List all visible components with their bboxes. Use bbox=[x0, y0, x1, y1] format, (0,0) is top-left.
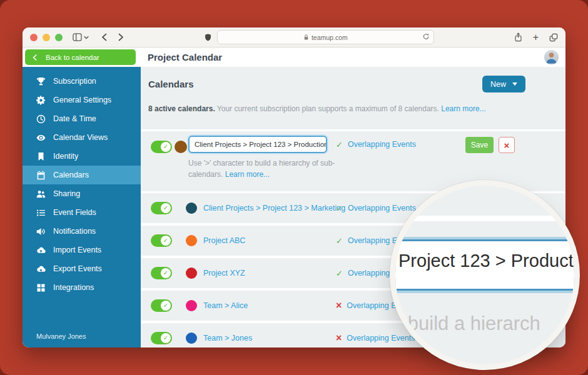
calendar-color-dot[interactable] bbox=[186, 235, 197, 246]
overlap-status: ✓ Overlapping Events bbox=[336, 140, 416, 149]
overlap-status-label[interactable]: Overlapping Events bbox=[348, 140, 416, 149]
check-icon: ✓ bbox=[163, 238, 168, 244]
sidebar-item-notifications[interactable]: Notifications bbox=[23, 222, 141, 241]
grid-icon bbox=[36, 283, 46, 292]
cloud-down-icon bbox=[36, 264, 46, 274]
sidebar-item-subscription[interactable]: Subscription bbox=[23, 72, 141, 91]
sidebar-item-export-events[interactable]: Export Events bbox=[23, 259, 141, 278]
check-icon: ✓ bbox=[336, 269, 343, 278]
calendar-color-dot[interactable] bbox=[186, 332, 197, 344]
calendar-active-toggle[interactable]: ✓ bbox=[151, 141, 172, 153]
new-button-label: New bbox=[490, 80, 506, 89]
sidebar-item-label: Calendars bbox=[53, 171, 89, 179]
page-title: Project Calendar bbox=[148, 52, 222, 62]
sidebar-panel-icon[interactable] bbox=[73, 33, 82, 41]
overlap-status: ×Overlapping Events bbox=[336, 333, 415, 343]
sidebar-item-label: Sharing bbox=[53, 189, 80, 198]
calendar-name-link[interactable]: Team > Alice bbox=[203, 301, 248, 310]
sidebar-nav: SubscriptionGeneral SettingsDate & TimeC… bbox=[23, 72, 141, 297]
window-controls bbox=[30, 34, 63, 41]
address-bar[interactable]: teamup.com bbox=[217, 30, 434, 44]
calendar-icon bbox=[36, 171, 46, 180]
minimize-window-button[interactable] bbox=[43, 34, 50, 41]
share-icon[interactable] bbox=[514, 32, 522, 42]
back-nav-icon[interactable] bbox=[101, 33, 107, 41]
sidebar-item-event-fields[interactable]: Event Fields bbox=[23, 203, 141, 222]
calendar-active-toggle[interactable]: ✓ bbox=[151, 202, 172, 214]
calendar-active-toggle[interactable]: ✓ bbox=[151, 234, 172, 247]
hierarchy-hint: Use '>' character to build a hierarchy o… bbox=[188, 158, 350, 180]
cancel-button[interactable]: × bbox=[499, 137, 515, 153]
back-to-calendar-button[interactable]: Back to calendar bbox=[25, 49, 136, 65]
calendar-name-link[interactable]: Client Projects > Project 123 > Marketin… bbox=[203, 204, 345, 212]
overlap-status: ✓Overlapping Events bbox=[336, 204, 416, 212]
toggle-knob: ✓ bbox=[161, 236, 171, 246]
gear-icon bbox=[36, 96, 46, 105]
shield-icon[interactable] bbox=[204, 33, 212, 42]
check-icon: ✓ bbox=[163, 270, 168, 276]
section-divider bbox=[141, 129, 565, 131]
speaker-icon bbox=[36, 227, 46, 236]
sidebar-item-label: Integrations bbox=[53, 283, 94, 292]
check-icon: ✓ bbox=[163, 205, 168, 211]
new-tab-icon[interactable]: + bbox=[533, 32, 539, 42]
close-icon: × bbox=[504, 140, 510, 151]
calendar-active-toggle[interactable]: ✓ bbox=[151, 332, 172, 344]
sidebar-item-sharing[interactable]: Sharing bbox=[23, 184, 141, 203]
magnified-row-divider bbox=[395, 216, 574, 221]
sidebar-item-identity[interactable]: Identity bbox=[23, 147, 141, 166]
sidebar-item-label: Export Events bbox=[53, 264, 102, 273]
calendar-name-input[interactable]: Client Projects > Project 123 > Producti… bbox=[188, 136, 327, 153]
calendar-color-dot[interactable] bbox=[186, 268, 197, 279]
cloud-up-icon bbox=[36, 246, 46, 255]
check-icon: ✓ bbox=[163, 144, 168, 150]
reload-icon[interactable] bbox=[422, 32, 430, 41]
new-calendar-button[interactable]: New bbox=[482, 76, 525, 92]
check-icon: ✓ bbox=[336, 141, 343, 149]
bookmark-icon bbox=[36, 152, 46, 161]
sidebar-item-general-settings[interactable]: General Settings bbox=[23, 91, 141, 109]
sidebar-item-calendar-views[interactable]: Calendar Views bbox=[23, 128, 141, 147]
toggle-knob: ✓ bbox=[161, 268, 171, 278]
forward-nav-icon[interactable] bbox=[118, 33, 124, 41]
magnified-hint-text: o build a hierarch bbox=[395, 312, 540, 335]
tabs-overview-icon[interactable] bbox=[549, 33, 558, 42]
calendar-color-dot[interactable] bbox=[186, 202, 197, 214]
overlap-status-label[interactable]: Overlapping Events bbox=[347, 334, 415, 342]
check-icon: ✓ bbox=[336, 237, 343, 245]
sidebar-item-integrations[interactable]: Integrations bbox=[23, 278, 141, 297]
sidebar-item-calendars[interactable]: Calendars bbox=[23, 166, 141, 184]
hint-learn-more-link[interactable]: Learn more... bbox=[225, 170, 270, 179]
eye-icon bbox=[36, 133, 46, 142]
zoom-window-button[interactable] bbox=[55, 34, 63, 41]
calendar-name-link[interactable]: Project ABC bbox=[203, 236, 245, 245]
browser-chrome: teamup.com + bbox=[23, 28, 565, 48]
calendar-color-dot[interactable] bbox=[186, 300, 197, 311]
summary-text: Your current subscription plan supports … bbox=[215, 104, 442, 113]
learn-more-link[interactable]: Learn more... bbox=[441, 104, 485, 113]
sidebar-item-date-time[interactable]: Date & Time bbox=[23, 109, 141, 128]
calendar-active-toggle[interactable]: ✓ bbox=[151, 267, 172, 279]
sidebar-item-import-events[interactable]: Import Events bbox=[23, 241, 141, 259]
sidebar-item-label: Notifications bbox=[53, 227, 96, 236]
close-window-button[interactable] bbox=[30, 34, 38, 41]
overlap-status-label[interactable]: Overlapping Events bbox=[348, 204, 416, 212]
sidebar-item-label: Calendar Views bbox=[53, 133, 108, 142]
subscription-summary: 8 active calendars. Your current subscri… bbox=[148, 104, 486, 113]
chevron-down-icon[interactable] bbox=[84, 36, 89, 39]
active-calendars-count: 8 active calendars. bbox=[148, 104, 215, 113]
toggle-knob: ✓ bbox=[161, 301, 171, 311]
toggle-knob: ✓ bbox=[161, 333, 171, 343]
calendar-name-link[interactable]: Project XYZ bbox=[203, 269, 245, 278]
list-icon bbox=[36, 208, 46, 218]
calendar-active-toggle[interactable]: ✓ bbox=[151, 299, 172, 312]
save-button[interactable]: Save bbox=[465, 137, 494, 153]
user-avatar[interactable] bbox=[544, 50, 559, 64]
section-title: Calendars bbox=[148, 79, 194, 89]
sidebar-item-label: General Settings bbox=[53, 96, 111, 104]
desktop-background: teamup.com + Back to calendar bbox=[0, 0, 588, 375]
calendar-name-link[interactable]: Team > Jones bbox=[203, 334, 252, 342]
chevron-left-icon bbox=[33, 54, 37, 61]
calendar-color-dot[interactable] bbox=[175, 141, 187, 153]
check-icon: ✓ bbox=[163, 335, 168, 341]
